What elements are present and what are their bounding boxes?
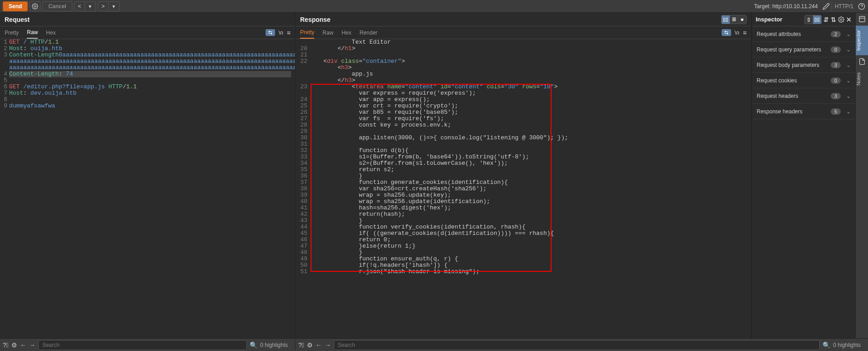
inspector-row-label: Request attributes	[757, 31, 801, 37]
chevron-down-icon: ⌄	[846, 108, 851, 115]
history-forward-group: > ▾	[98, 1, 120, 11]
inspector-panel: Inspector ▯ ▯▯ ⇵ ⇅ ✕ Request attributes2…	[752, 13, 855, 338]
inspector-row-count: 3	[831, 62, 841, 68]
search-next-icon[interactable]: →	[29, 341, 35, 349]
search-glass-icon[interactable]: 🔍	[250, 341, 257, 349]
inspector-header: Inspector ▯ ▯▯ ⇵ ⇅ ✕	[752, 13, 855, 26]
request-editor[interactable]: 123456789 GET / HTTP/1.1Host: ouija.htbC…	[0, 39, 295, 338]
response-tabs: Pretty Raw Hex Render ⇆ \n ≡	[296, 26, 751, 39]
response-menu-icon[interactable]: ≡	[743, 29, 747, 36]
inspector-row-count: 0	[831, 46, 841, 53]
send-button[interactable]: Send	[3, 1, 28, 11]
rail-top-icon[interactable]	[856, 13, 868, 25]
response-header: Response ▯▯ ☰ ■	[296, 13, 751, 26]
tab-resp-render[interactable]: Render	[360, 27, 377, 38]
rail-notes-icon[interactable]	[856, 55, 868, 68]
inspector-row-label: Request body parameters	[757, 62, 819, 68]
resp-search-next-icon[interactable]: →	[325, 341, 331, 349]
history-back-button[interactable]: <	[74, 1, 85, 11]
top-toolbar: Send Cancel < ▾ > ▾ Target: http://10.10…	[0, 0, 868, 13]
resp-wrap-toggle-icon[interactable]: ⇆	[722, 29, 731, 36]
chevron-down-icon: ⌄	[846, 46, 851, 53]
status-bar: ?⃝ ⚙ ← → 🔍 0 highlights ?⃝ ⚙ ← → 🔍 0 hig…	[0, 338, 868, 351]
response-panel: Response ▯▯ ☰ ■ Pretty Raw Hex Render ⇆ …	[296, 13, 752, 338]
layout-split-icon[interactable]: ▯▯	[722, 15, 730, 24]
inspector-row[interactable]: Request attributes2⌄	[752, 26, 855, 42]
response-highlights: 0 highlights	[833, 342, 865, 348]
insp-layout-b-icon[interactable]: ▯▯	[813, 15, 821, 24]
inspector-row[interactable]: Request headers3⌄	[752, 88, 855, 104]
layout-toggle[interactable]: ▯▯ ☰ ■	[721, 15, 747, 24]
request-title: Request	[5, 16, 30, 23]
inspector-row[interactable]: Response headers5⌄	[752, 104, 855, 119]
history-back-group: < ▾	[74, 1, 96, 11]
edit-target-icon[interactable]	[823, 3, 830, 10]
inspector-row-label: Response headers	[757, 108, 803, 115]
status-left: ?⃝ ⚙ ← → 🔍 0 highlights	[0, 340, 296, 350]
search-prev-icon[interactable]: ←	[20, 341, 26, 349]
resp-settings-status-icon[interactable]: ⚙	[307, 341, 313, 349]
help-status-icon[interactable]: ?⃝	[3, 341, 9, 349]
svg-point-3	[840, 19, 842, 20]
status-right: ?⃝ ⚙ ← → 🔍 0 highlights	[296, 340, 868, 350]
response-title: Response	[300, 16, 331, 23]
inspector-row-count: 0	[831, 77, 841, 84]
svg-rect-4	[859, 16, 865, 22]
request-highlights: 0 highlights	[260, 342, 292, 348]
history-forward-button[interactable]: >	[98, 1, 109, 11]
inspector-layout-toggle[interactable]: ▯ ▯▯	[804, 15, 822, 24]
tab-raw[interactable]: Raw	[27, 27, 38, 39]
inspector-close-icon[interactable]: ✕	[846, 16, 852, 23]
inspector-row-label: Request query parameters	[757, 46, 821, 53]
tab-resp-raw[interactable]: Raw	[322, 27, 333, 38]
http-version-label[interactable]: HTTP/1	[832, 2, 856, 11]
inspector-row[interactable]: Request cookies0⌄	[752, 73, 855, 88]
chevron-down-icon: ⌄	[846, 93, 851, 99]
request-search-input[interactable]	[38, 340, 247, 350]
main-area: Request Pretty Raw Hex ⇆ \n ≡ 123456789 …	[0, 13, 868, 338]
chevron-down-icon: ⌄	[846, 31, 851, 37]
response-editor[interactable]: 2021222324252627282930313233343536373839…	[296, 39, 751, 338]
cancel-button[interactable]: Cancel	[42, 1, 72, 11]
rail-tab-notes[interactable]: Notes	[856, 68, 868, 90]
inspector-settings-icon[interactable]	[838, 16, 844, 23]
resp-newline-label[interactable]: \n	[735, 30, 739, 36]
request-header: Request	[0, 13, 295, 26]
chevron-down-icon: ⌄	[846, 77, 851, 84]
rail-tab-inspector[interactable]: Inspector	[856, 25, 868, 55]
tab-hex[interactable]: Hex	[46, 27, 55, 38]
layout-stack-icon[interactable]: ☰	[730, 15, 738, 24]
help-icon[interactable]	[858, 3, 865, 10]
inspector-collapse-icon[interactable]: ⇅	[831, 16, 836, 23]
tab-resp-hex[interactable]: Hex	[341, 27, 351, 38]
newline-label[interactable]: \n	[279, 30, 283, 36]
request-tabs: Pretty Raw Hex ⇆ \n ≡	[0, 26, 295, 39]
svg-point-0	[35, 5, 36, 7]
send-options-button[interactable]	[30, 1, 40, 11]
tab-resp-pretty[interactable]: Pretty	[300, 27, 314, 39]
chevron-down-icon: ⌄	[846, 62, 851, 68]
inspector-expand-icon[interactable]: ⇵	[823, 16, 829, 23]
resp-search-prev-icon[interactable]: ←	[316, 341, 322, 349]
response-search-input[interactable]	[334, 340, 820, 350]
settings-status-icon[interactable]: ⚙	[11, 341, 17, 349]
resp-search-glass-icon[interactable]: 🔍	[823, 341, 830, 349]
inspector-row-count: 2	[831, 31, 841, 37]
wrap-toggle-icon[interactable]: ⇆	[266, 29, 275, 36]
inspector-row-count: 5	[831, 108, 841, 115]
target-label: Target: http://10.10.11.244	[754, 3, 818, 10]
history-forward-dropdown[interactable]: ▾	[109, 1, 120, 11]
inspector-row[interactable]: Request body parameters3⌄	[752, 57, 855, 73]
resp-help-status-icon[interactable]: ?⃝	[298, 341, 304, 349]
tab-pretty[interactable]: Pretty	[5, 27, 19, 38]
insp-layout-a-icon[interactable]: ▯	[805, 15, 813, 24]
request-menu-icon[interactable]: ≡	[287, 29, 291, 36]
inspector-title: Inspector	[756, 16, 783, 23]
layout-single-icon[interactable]: ■	[738, 15, 746, 24]
inspector-row-label: Request cookies	[757, 77, 797, 84]
inspector-row-label: Request headers	[757, 93, 798, 99]
history-back-dropdown[interactable]: ▾	[85, 1, 96, 11]
request-panel: Request Pretty Raw Hex ⇆ \n ≡ 123456789 …	[0, 13, 296, 338]
side-rail: Inspector Notes	[855, 13, 868, 338]
inspector-row[interactable]: Request query parameters0⌄	[752, 42, 855, 57]
